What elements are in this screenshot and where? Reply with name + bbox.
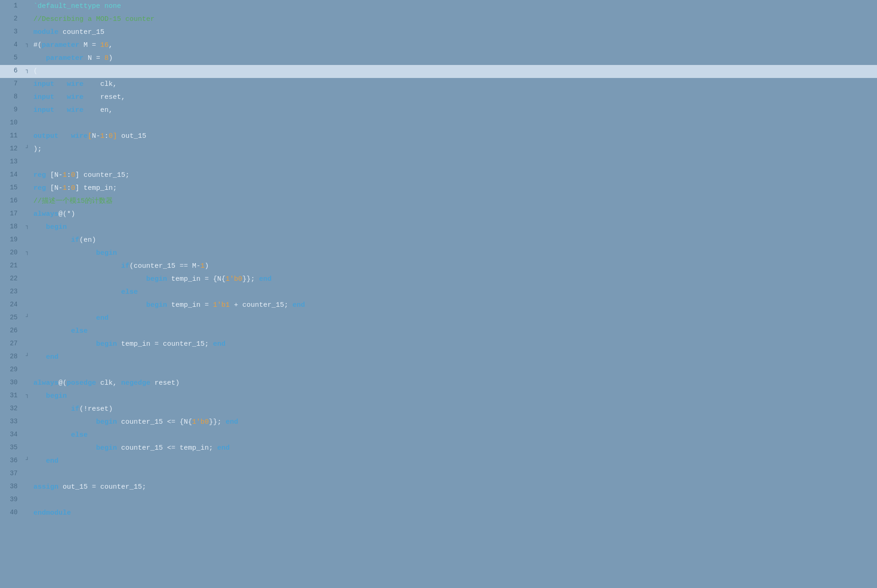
- fold-indicator[interactable]: ┐: [23, 221, 32, 234]
- line-content: );: [32, 143, 877, 156]
- fold-indicator[interactable]: [23, 442, 32, 455]
- fold-indicator[interactable]: ┐: [23, 39, 32, 52]
- fold-indicator[interactable]: [23, 429, 32, 442]
- line-number: 19: [0, 234, 23, 247]
- line-number: 18: [0, 221, 23, 234]
- fold-indicator[interactable]: [23, 52, 32, 65]
- line-content: //Describing a MOD-15 counter: [32, 13, 877, 26]
- line-content: else: [32, 325, 877, 338]
- code-line: 15reg [N-1:0] temp_in;: [0, 182, 877, 195]
- fold-indicator[interactable]: [23, 338, 32, 351]
- line-number: 37: [0, 468, 23, 481]
- line-content: end: [32, 351, 877, 364]
- fold-indicator[interactable]: ┘: [23, 143, 32, 156]
- fold-indicator[interactable]: [23, 26, 32, 39]
- line-content: if(!reset): [32, 403, 877, 416]
- line-content: reg [N-1:0] temp_in;: [32, 182, 877, 195]
- fold-indicator[interactable]: [23, 13, 32, 26]
- line-number: 34: [0, 429, 23, 442]
- fold-indicator[interactable]: [23, 156, 32, 169]
- code-line: 19 if(en): [0, 234, 877, 247]
- line-content: end: [32, 455, 877, 468]
- fold-indicator[interactable]: [23, 169, 32, 182]
- code-line: 2//Describing a MOD-15 counter: [0, 13, 877, 26]
- fold-indicator[interactable]: ┐: [23, 390, 32, 403]
- line-content: #(parameter M = 16,: [32, 39, 877, 52]
- line-content: [32, 156, 877, 169]
- fold-indicator[interactable]: [23, 481, 32, 494]
- line-number: 2: [0, 13, 23, 26]
- code-line: 25┘ end: [0, 312, 877, 325]
- fold-indicator[interactable]: [23, 234, 32, 247]
- line-content: output wire[N-1:0] out_15: [32, 130, 877, 143]
- fold-indicator[interactable]: [23, 377, 32, 390]
- line-content: begin: [32, 390, 877, 403]
- line-number: 20: [0, 247, 23, 260]
- fold-indicator[interactable]: [23, 416, 32, 429]
- code-line: 16//描述一个模15的计数器: [0, 195, 877, 208]
- fold-indicator[interactable]: [23, 507, 32, 520]
- line-content: always@(posedge clk, negedge reset): [32, 377, 877, 390]
- line-number: 1: [0, 0, 23, 13]
- line-content: module counter_15: [32, 26, 877, 39]
- code-line: 37: [0, 468, 877, 481]
- code-line: 14reg [N-1:0] counter_15;: [0, 169, 877, 182]
- line-content: begin: [32, 221, 877, 234]
- fold-indicator[interactable]: ┐: [23, 65, 32, 78]
- fold-indicator[interactable]: [23, 104, 32, 117]
- fold-indicator[interactable]: [23, 91, 32, 104]
- code-editor: 1`default_nettype none2//Describing a MO…: [0, 0, 877, 588]
- line-number: 12: [0, 143, 23, 156]
- fold-indicator[interactable]: [23, 117, 32, 130]
- line-content: [32, 494, 877, 507]
- fold-indicator[interactable]: [23, 299, 32, 312]
- fold-indicator[interactable]: [23, 130, 32, 143]
- fold-indicator[interactable]: [23, 195, 32, 208]
- line-content: input wire en,: [32, 104, 877, 117]
- fold-indicator[interactable]: ┘: [23, 455, 32, 468]
- line-number: 21: [0, 260, 23, 273]
- line-number: 26: [0, 325, 23, 338]
- line-content: begin: [32, 247, 877, 260]
- line-content: always@(*): [32, 208, 877, 221]
- line-number: 35: [0, 442, 23, 455]
- fold-indicator[interactable]: [23, 260, 32, 273]
- fold-indicator[interactable]: [23, 494, 32, 507]
- fold-indicator[interactable]: [23, 78, 32, 91]
- code-line: 12┘);: [0, 143, 877, 156]
- fold-indicator[interactable]: ┘: [23, 351, 32, 364]
- fold-indicator[interactable]: [23, 273, 32, 286]
- fold-indicator[interactable]: [23, 182, 32, 195]
- code-line: 30always@(posedge clk, negedge reset): [0, 377, 877, 390]
- line-number: 36: [0, 455, 23, 468]
- line-number: 10: [0, 117, 23, 130]
- line-content: assign out_15 = counter_15;: [32, 481, 877, 494]
- line-number: 7: [0, 78, 23, 91]
- line-number: 14: [0, 169, 23, 182]
- fold-indicator[interactable]: [23, 325, 32, 338]
- line-content: if(counter_15 == M-1): [32, 260, 877, 273]
- fold-indicator[interactable]: [23, 208, 32, 221]
- code-line: 28┘ end: [0, 351, 877, 364]
- line-content: input wire reset,: [32, 91, 877, 104]
- fold-indicator[interactable]: [23, 468, 32, 481]
- fold-indicator[interactable]: [23, 403, 32, 416]
- code-line: 5 parameter N = 8): [0, 52, 877, 65]
- line-number: 16: [0, 195, 23, 208]
- line-number: 33: [0, 416, 23, 429]
- line-content: [32, 468, 877, 481]
- line-number: 30: [0, 377, 23, 390]
- fold-indicator[interactable]: [23, 286, 32, 299]
- line-number: 11: [0, 130, 23, 143]
- line-content: begin temp_in = {N{1'b0}}; end: [32, 273, 877, 286]
- line-number: 23: [0, 286, 23, 299]
- fold-indicator[interactable]: [23, 364, 32, 377]
- fold-indicator[interactable]: [23, 0, 32, 13]
- line-number: 8: [0, 91, 23, 104]
- fold-indicator[interactable]: ┘: [23, 312, 32, 325]
- fold-indicator[interactable]: ┐: [23, 247, 32, 260]
- line-number: 17: [0, 208, 23, 221]
- code-line: 26 else: [0, 325, 877, 338]
- code-line: 24 begin temp_in = 1'b1 + counter_15; en…: [0, 299, 877, 312]
- code-line: 39: [0, 494, 877, 507]
